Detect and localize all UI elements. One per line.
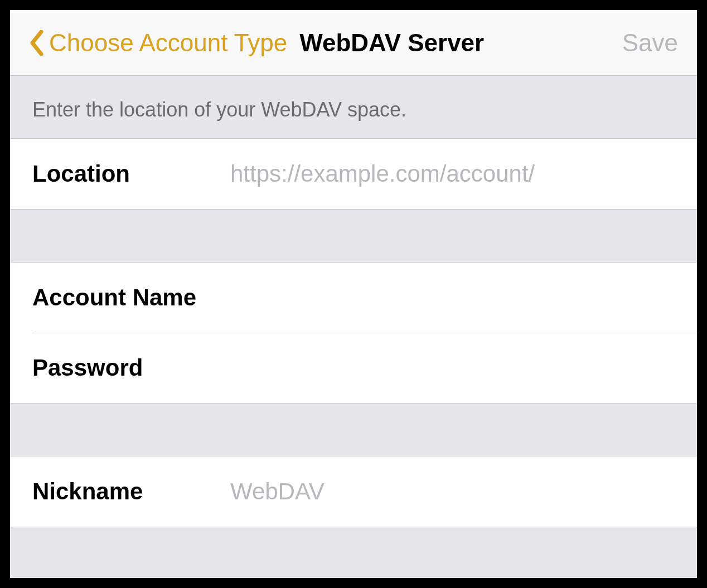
group-spacer	[10, 404, 697, 456]
section-header: Enter the location of your WebDAV space.	[10, 76, 697, 138]
page-title: WebDAV Server	[299, 29, 484, 57]
nickname-label: Nickname	[32, 478, 230, 505]
bottom-padding	[10, 527, 697, 555]
location-group: Location	[10, 138, 697, 210]
account-name-input[interactable]	[230, 284, 675, 311]
location-label: Location	[32, 161, 230, 187]
nav-bar: Choose Account Type WebDAV Server Save	[10, 10, 697, 76]
settings-screen: Choose Account Type WebDAV Server Save E…	[10, 10, 697, 578]
password-label: Password	[32, 354, 230, 381]
nickname-input[interactable]	[230, 478, 675, 505]
nickname-row: Nickname	[10, 456, 697, 527]
back-label: Choose Account Type	[49, 29, 287, 57]
save-button[interactable]: Save	[622, 29, 678, 57]
account-name-row: Account Name	[10, 263, 697, 333]
password-row: Password	[10, 333, 697, 403]
credentials-group: Account Name Password	[10, 262, 697, 404]
back-button[interactable]: Choose Account Type	[29, 29, 287, 57]
password-input[interactable]	[230, 354, 675, 381]
nickname-group: Nickname	[10, 456, 697, 527]
location-row: Location	[10, 139, 697, 209]
chevron-left-icon	[29, 30, 43, 56]
location-input[interactable]	[230, 161, 675, 187]
account-name-label: Account Name	[32, 284, 230, 311]
group-spacer	[10, 210, 697, 262]
